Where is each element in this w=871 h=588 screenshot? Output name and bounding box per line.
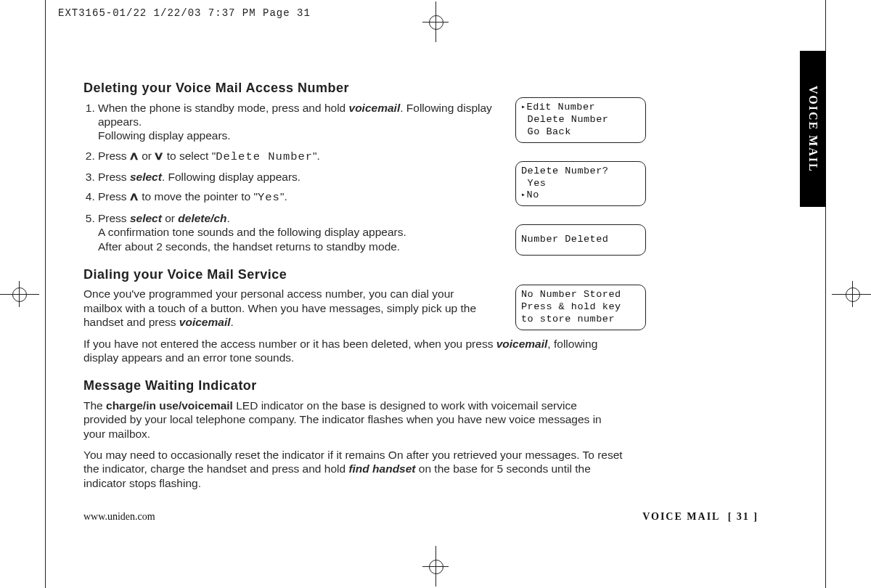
- key-select: select: [130, 171, 162, 183]
- register-mark-bottom: [422, 553, 449, 579]
- text: After about 2 seconds, the handset retur…: [98, 240, 512, 253]
- text: The: [83, 399, 106, 412]
- footer-url: www.uniden.com: [83, 511, 155, 523]
- text: Once you've programmed your personal acc…: [83, 287, 476, 328]
- text: If you have not entered the access numbe…: [83, 338, 496, 350]
- prepress-slug: EXT3165-01/22 1/22/03 7:37 PM Page 31: [58, 7, 311, 19]
- text: or: [139, 150, 155, 162]
- lcd-line: Press & hold key: [521, 301, 640, 314]
- lcd-text: Yes: [258, 191, 280, 204]
- delete-steps: When the phone is standby mode, press an…: [83, 101, 512, 253]
- lcd-line: Yes: [521, 178, 640, 190]
- text: . Following display appears.: [162, 171, 300, 183]
- text: Press: [98, 150, 130, 162]
- text: ".: [280, 190, 287, 203]
- key-charge-inuse-voicemail: charge/in use/voicemail: [106, 399, 233, 412]
- text: A confirmation tone sounds and the follo…: [98, 225, 512, 239]
- key-voicemail: voicemail: [349, 102, 401, 114]
- lcd-line: Go Back: [521, 126, 640, 139]
- up-arrow-icon: ∧: [128, 189, 140, 203]
- lcd-line: Delete Number: [521, 114, 640, 126]
- lcd-line: No Number Stored: [521, 289, 640, 301]
- text: .: [227, 212, 230, 224]
- mwi-paragraph-2: You may need to occasionally reset the i…: [83, 448, 628, 490]
- lcd-text: Delete Number: [216, 150, 313, 163]
- key-voicemail: voicemail: [179, 316, 231, 328]
- up-arrow-icon: ∧: [128, 149, 140, 163]
- lcd-line: Delete Number?: [521, 166, 640, 178]
- register-mark-left: [6, 281, 32, 307]
- register-mark-right: [839, 281, 865, 307]
- text: Press: [98, 190, 130, 203]
- step-4: Press ∧ to move the pointer to "Yes".: [98, 189, 512, 205]
- key-select: select: [130, 212, 162, 224]
- step-3: Press select. Following display appears.: [98, 170, 512, 184]
- footer: www.uniden.com VOICE MAIL [ 31 ]: [83, 511, 758, 523]
- footer-label: VOICE MAIL: [642, 511, 719, 522]
- text: .: [231, 316, 234, 328]
- key-delete-ch: delete/ch: [178, 212, 226, 224]
- key-find-handset: find handset: [348, 462, 415, 475]
- side-tab: VOICE MAIL: [800, 51, 826, 207]
- text: Press: [98, 171, 130, 183]
- lcd-line: No: [521, 189, 640, 202]
- text: or: [162, 212, 178, 224]
- heading-mwi: Message Waiting Indicator: [83, 377, 642, 394]
- step-1: When the phone is standby mode, press an…: [98, 101, 512, 143]
- dial-paragraph-1: Once you've programmed your personal acc…: [83, 287, 490, 329]
- text: to select ": [163, 150, 216, 162]
- text: to move the pointer to ": [139, 190, 258, 203]
- step-5: Press select or delete/ch. A confirmatio…: [98, 211, 512, 253]
- lcd-line: Edit Number: [521, 102, 640, 114]
- text: Following display appears.: [98, 128, 512, 142]
- mwi-paragraph-1: The charge/in use/voicemail LED indicato…: [83, 399, 621, 441]
- down-arrow-icon: ∨: [154, 149, 165, 163]
- lcd-screen-4: No Number Stored Press & hold key to sto…: [515, 285, 646, 330]
- lcd-screen-3: Number Deleted: [515, 224, 646, 256]
- lcd-screen-1: Edit Number Delete Number Go Back: [515, 97, 646, 143]
- heading-delete: Deleting your Voice Mail Access Number: [83, 80, 512, 97]
- step-2: Press ∧ or ∨ to select "Delete Number".: [98, 149, 512, 164]
- footer-page: VOICE MAIL [ 31 ]: [642, 511, 758, 523]
- text: Press: [98, 212, 130, 224]
- footer-page-number: [ 31 ]: [728, 511, 758, 522]
- lcd-screen-2: Delete Number? Yes No: [515, 161, 646, 207]
- lcd-line: to store number: [521, 314, 640, 326]
- lcd-line: Number Deleted: [521, 234, 640, 246]
- register-mark-top: [422, 9, 449, 35]
- text: When the phone is standby mode, press an…: [98, 102, 349, 114]
- text: ".: [313, 150, 320, 162]
